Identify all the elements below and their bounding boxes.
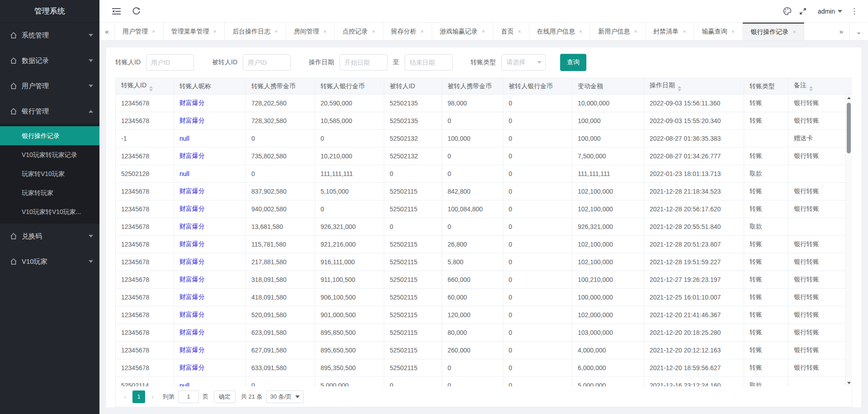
player-nickname-link[interactable]: null bbox=[179, 382, 189, 386]
scrollbar-thumb[interactable] bbox=[847, 103, 851, 153]
next-page-icon[interactable]: › bbox=[149, 393, 156, 400]
sidebar-subitem-4[interactable]: V10玩家转V10玩家... bbox=[0, 202, 99, 221]
player-nickname-link[interactable]: 财富爆分 bbox=[179, 293, 205, 300]
user-name: admin bbox=[818, 8, 835, 15]
date-start-input[interactable] bbox=[340, 54, 387, 71]
sidebar-item-3[interactable]: 银行管理 bbox=[0, 99, 99, 124]
tab-close-icon[interactable]: × bbox=[482, 29, 486, 34]
player-nickname-link[interactable]: 财富爆分 bbox=[179, 152, 205, 159]
tab-9[interactable]: 新用户信息× bbox=[590, 23, 646, 40]
goto-confirm-button[interactable]: 确定 bbox=[214, 390, 236, 403]
player-nickname-link[interactable]: 财富爆分 bbox=[179, 187, 205, 195]
more-options-icon[interactable]: ⋮ bbox=[849, 6, 860, 16]
tab-close-icon[interactable]: × bbox=[731, 29, 735, 34]
column-header-1: 转账人昵称 bbox=[174, 78, 246, 95]
tab-close-icon[interactable]: × bbox=[372, 29, 375, 34]
goto-page-input[interactable] bbox=[178, 390, 199, 403]
column-header-8[interactable]: 操作日期 bbox=[644, 78, 744, 95]
sidebar-subitem-1[interactable]: V10玩家转玩家记录 bbox=[0, 145, 99, 164]
tab-6[interactable]: 游戏输赢记录× bbox=[432, 23, 494, 40]
sidebar-subitem-0[interactable]: 银行操作记录 bbox=[0, 126, 99, 145]
search-button[interactable]: 查询 bbox=[560, 54, 586, 71]
prev-page-icon[interactable]: ‹ bbox=[121, 393, 129, 400]
tab-1[interactable]: 管理菜单管理× bbox=[164, 23, 225, 40]
player-nickname-link[interactable]: 财富爆分 bbox=[179, 346, 205, 353]
sidebar-item-1[interactable]: 数据记录 bbox=[0, 48, 99, 73]
player-nickname-link[interactable]: 财富爆分 bbox=[179, 205, 205, 212]
tabs-menu-icon[interactable]: ⌄ bbox=[849, 23, 868, 40]
to-id-input[interactable] bbox=[243, 54, 291, 71]
player-nickname-link[interactable]: 财富爆分 bbox=[179, 99, 205, 106]
tabs-scroll-left-icon[interactable]: « bbox=[99, 23, 115, 40]
sort-icon[interactable] bbox=[809, 86, 813, 91]
app-title: 管理系统 bbox=[0, 0, 99, 23]
tab-12[interactable]: 银行操作记录× bbox=[743, 23, 804, 40]
table-cell: 418,091,580 bbox=[246, 289, 315, 306]
sort-icon[interactable] bbox=[678, 86, 681, 91]
tab-0[interactable]: 用户管理× bbox=[115, 23, 164, 40]
sidebar-item-2[interactable]: 用户管理 bbox=[0, 73, 99, 99]
player-nickname-link[interactable]: null bbox=[179, 135, 189, 142]
fullscreen-icon[interactable] bbox=[795, 4, 811, 19]
player-nickname-link[interactable]: 财富爆分 bbox=[179, 328, 205, 336]
user-menu[interactable]: admin bbox=[818, 8, 842, 15]
table-cell: 2021-12-25 16:01:10.007 bbox=[644, 289, 744, 306]
tab-close-icon[interactable]: × bbox=[274, 29, 278, 34]
sidebar-item-0[interactable]: 系统管理 bbox=[0, 23, 99, 48]
vertical-scrollbar[interactable] bbox=[845, 95, 852, 386]
player-nickname-link[interactable]: 财富爆分 bbox=[179, 223, 205, 230]
type-select[interactable]: 请选择 bbox=[501, 54, 546, 71]
date-end-input[interactable] bbox=[405, 54, 453, 71]
column-header-2: 转账人携带金币 bbox=[246, 78, 315, 95]
tab-close-icon[interactable]: × bbox=[152, 29, 156, 34]
tab-3[interactable]: 房间管理× bbox=[286, 23, 335, 40]
refresh-icon[interactable] bbox=[128, 4, 144, 19]
tab-close-icon[interactable]: × bbox=[793, 29, 796, 35]
tab-close-icon[interactable]: × bbox=[683, 29, 686, 34]
sidebar-item-4[interactable]: 兑换码 bbox=[0, 224, 99, 249]
player-nickname-link[interactable]: null bbox=[179, 170, 189, 177]
tab-close-icon[interactable]: × bbox=[518, 29, 521, 34]
tab-close-icon[interactable]: × bbox=[579, 29, 583, 34]
table-cell: 926,321,000 bbox=[315, 218, 384, 236]
tab-4[interactable]: 点控记录× bbox=[335, 23, 383, 40]
sort-icon[interactable] bbox=[149, 86, 153, 91]
sidebar-subitem-3[interactable]: 玩家转玩家 bbox=[0, 183, 99, 202]
tabs-scroll-right-icon[interactable]: » bbox=[834, 23, 849, 40]
sidebar-item-5[interactable]: V10玩家 bbox=[0, 249, 99, 274]
table-row: 52502114null05,000,0000005,000,0002021-1… bbox=[116, 377, 853, 387]
theme-palette-icon[interactable] bbox=[780, 4, 795, 19]
scroll-down-icon[interactable] bbox=[846, 380, 852, 386]
tab-close-icon[interactable]: × bbox=[213, 29, 217, 34]
tab-5[interactable]: 留存分析× bbox=[383, 23, 432, 40]
column-header-10[interactable]: 备注 bbox=[788, 78, 853, 95]
from-id-input[interactable] bbox=[146, 54, 194, 71]
player-nickname-link[interactable]: 财富爆分 bbox=[179, 258, 205, 265]
tab-close-icon[interactable]: × bbox=[323, 29, 327, 34]
page-size-select[interactable]: 30 条/页 bbox=[266, 390, 304, 403]
table-cell: 转账 bbox=[744, 253, 788, 271]
column-header-0[interactable]: 转账人ID bbox=[116, 78, 174, 95]
sidebar-subitem-2[interactable]: 玩家转V10玩家 bbox=[0, 164, 99, 183]
page-number-button[interactable]: 1 bbox=[132, 390, 145, 403]
table-cell: 906,100,500 bbox=[315, 289, 384, 306]
table-body: 12345678财富爆分728,202,58020,590,0005250213… bbox=[116, 95, 853, 387]
tab-8[interactable]: 在线用户信息× bbox=[529, 23, 591, 40]
tab-close-icon[interactable]: × bbox=[420, 29, 424, 34]
column-label: 被转人携带金币 bbox=[448, 82, 492, 90]
table-cell: 财富爆分 bbox=[174, 148, 246, 165]
tab-11[interactable]: 输赢查询× bbox=[694, 23, 743, 40]
player-nickname-link[interactable]: 财富爆分 bbox=[179, 364, 205, 371]
player-nickname-link[interactable]: 财富爆分 bbox=[179, 276, 205, 283]
tab-10[interactable]: 封禁清单× bbox=[646, 23, 694, 40]
player-nickname-link[interactable]: 财富爆分 bbox=[179, 117, 205, 124]
tab-2[interactable]: 后台操作日志× bbox=[225, 23, 286, 40]
tab-7[interactable]: 首页× bbox=[493, 23, 529, 40]
player-nickname-link[interactable]: 财富爆分 bbox=[179, 240, 205, 247]
tab-label: 管理菜单管理 bbox=[171, 28, 209, 36]
sidebar-collapse-icon[interactable] bbox=[108, 4, 124, 19]
player-nickname-link[interactable]: 财富爆分 bbox=[179, 311, 205, 318]
column-header-7: 变动金额 bbox=[572, 78, 644, 95]
scroll-up-icon[interactable] bbox=[846, 95, 852, 101]
tab-close-icon[interactable]: × bbox=[634, 29, 637, 34]
